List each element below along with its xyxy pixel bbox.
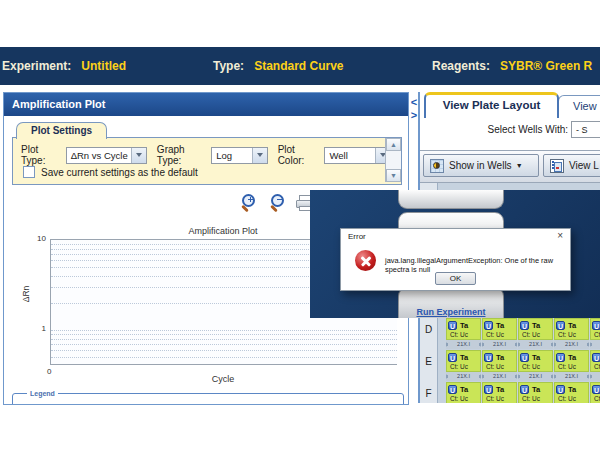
task-unknown-icon: U (448, 385, 457, 394)
type-field: Type: Standard Curve (213, 47, 343, 85)
run-screen-button-top[interactable] (398, 190, 504, 209)
experiment-field: Experiment: Untitled (2, 47, 126, 85)
well-target: Ta (532, 353, 540, 362)
well-sample: 21X.I (554, 340, 589, 349)
save-default-checkbox[interactable] (23, 166, 35, 178)
y-axis-tick-10: 10 (32, 234, 46, 243)
task-unknown-icon: U (484, 321, 493, 330)
plate-well[interactable]: UTa Ct: Uc 21X.I (590, 382, 600, 403)
plot-color-value: Well (329, 150, 347, 161)
well-target: Ta (460, 321, 468, 330)
plot-type-value: ΔRn vs Cycle (71, 150, 128, 161)
row-label-d: D (420, 324, 437, 335)
task-unknown-icon: U (592, 385, 600, 394)
well-sample: 21X.I (482, 372, 517, 381)
row-label-f: F (420, 388, 437, 399)
well-sample: 21X.I (590, 372, 600, 381)
plot-color-select[interactable]: Well (324, 147, 391, 164)
plate-well[interactable]: UTa Ct: Uc 21X.I (518, 382, 553, 403)
scroll-up-icon[interactable]: ▲ (386, 138, 401, 151)
application-window: Experiment: Untitled Type: Standard Curv… (0, 0, 600, 450)
plot-type-select[interactable]: ΔRn vs Cycle (66, 147, 147, 164)
zoom-in-button[interactable] (239, 194, 257, 212)
well-sample: 21X.I (518, 372, 553, 381)
well-detail: Ct: Uc (592, 363, 600, 370)
well-detail: Ct: Uc (520, 395, 551, 402)
task-unknown-icon: U (592, 321, 600, 330)
run-experiment-label[interactable]: Run Experiment (399, 307, 503, 317)
well-detail: Ct: Uc (520, 331, 551, 338)
task-unknown-icon: U (592, 353, 600, 362)
close-icon[interactable]: × (557, 230, 563, 241)
run-experiment-button[interactable]: Run Experiment (398, 287, 504, 318)
well-target: Ta (496, 321, 504, 330)
task-unknown-icon: U (448, 321, 457, 330)
well-detail: Ct: Uc (484, 395, 515, 402)
well-detail: Ct: Uc (448, 331, 479, 338)
reagents-field: Reagents: SYBR® Green R (432, 47, 592, 85)
select-wells-dropdown[interactable]: - S (571, 121, 600, 138)
zoom-out-button[interactable] (268, 194, 286, 212)
well-target: Ta (568, 385, 576, 394)
plate-well[interactable]: UTa Ct: Uc 21X.I (482, 382, 517, 403)
well-sample: 21X.I (446, 340, 481, 349)
well-sample: 21X.I (482, 340, 517, 349)
task-unknown-icon: U (448, 353, 457, 362)
plate-well[interactable]: UTa Ct: Uc 21X.I (446, 350, 481, 381)
well-target: Ta (496, 385, 504, 394)
x-axis-label: Cycle (50, 374, 396, 384)
tab-view-plate-layout[interactable]: View Plate Layout (424, 92, 559, 118)
y-axis-label: ΔRn (21, 286, 31, 303)
task-unknown-icon: U (484, 353, 493, 362)
view-legend-button[interactable]: View L (543, 154, 600, 177)
plate-well[interactable]: UTa Ct: Uc 21X.I (446, 318, 481, 349)
task-unknown-icon: U (556, 321, 565, 330)
reagents-value: SYBR® Green R (500, 59, 592, 73)
plate-well[interactable]: UTa Ct: Uc 21X.I (482, 318, 517, 349)
show-in-wells-button[interactable]: Show in Wells ▼ (423, 154, 539, 177)
legend-label: Legend (27, 390, 58, 397)
graph-type-select[interactable]: Log (211, 147, 267, 164)
well-detail: Ct: Uc (592, 331, 600, 338)
chevron-down-icon[interactable] (252, 148, 267, 163)
plate-well[interactable]: UTa Ct: Uc 21X.I (554, 382, 589, 403)
task-unknown-icon: U (484, 385, 493, 394)
well-detail: Ct: Uc (448, 363, 479, 370)
experiment-label: Experiment: (2, 59, 71, 73)
select-wells-label: Select Wells With: (430, 124, 568, 135)
chevron-down-icon[interactable] (131, 148, 146, 163)
tab-view-well-table[interactable]: View (558, 95, 600, 116)
task-unknown-icon: U (520, 385, 529, 394)
task-unknown-icon: U (556, 353, 565, 362)
graph-type-value: Log (216, 150, 232, 161)
ok-button[interactable]: OK (435, 272, 476, 285)
plate-well[interactable]: UTa Ct: Uc 21X.I (482, 350, 517, 381)
legend-box: Legend (12, 393, 404, 405)
panel-title: Amplification Plot (4, 93, 408, 116)
plate-well[interactable]: UTa Ct: Uc 21X.I (554, 318, 589, 349)
row-label-e: E (420, 356, 437, 367)
type-value: Standard Curve (254, 59, 343, 73)
well-detail: Ct: Uc (556, 395, 587, 402)
reagents-label: Reagents: (432, 59, 490, 73)
plate-well[interactable]: UTa Ct: Uc 21X.I (590, 350, 600, 381)
plate-well[interactable]: UTa Ct: Uc 21X.I (518, 318, 553, 349)
error-dialog: Error × java.lang.IllegalArgumentExcepti… (340, 228, 571, 291)
plate-row-e: UTa Ct: Uc 21X.I UTa Ct: Uc 21X.I UTa Ct… (446, 350, 600, 381)
plot-color-label: Plot Color: (278, 144, 321, 166)
plate-well[interactable]: UTa Ct: Uc 21X.I (590, 318, 600, 349)
well-target: Ta (568, 353, 576, 362)
well-target: Ta (532, 385, 540, 394)
plate-well[interactable]: UTa Ct: Uc 21X.I (554, 350, 589, 381)
well-sample: 21X.I (446, 372, 481, 381)
settings-scrollbar[interactable]: ▲ ▼ (385, 138, 401, 182)
scroll-down-icon[interactable]: ▼ (386, 169, 401, 182)
well-detail: Ct: Uc (484, 363, 515, 370)
show-in-wells-label: Show in Wells (449, 160, 512, 171)
view-legend-icon (550, 159, 564, 173)
well-target: Ta (460, 353, 468, 362)
plate-well[interactable]: UTa Ct: Uc 21X.I (518, 350, 553, 381)
plate-well[interactable]: UTa Ct: Uc 21X.I (446, 382, 481, 403)
tab-plot-settings[interactable]: Plot Settings (16, 122, 107, 139)
dialog-title: Error (348, 232, 366, 241)
